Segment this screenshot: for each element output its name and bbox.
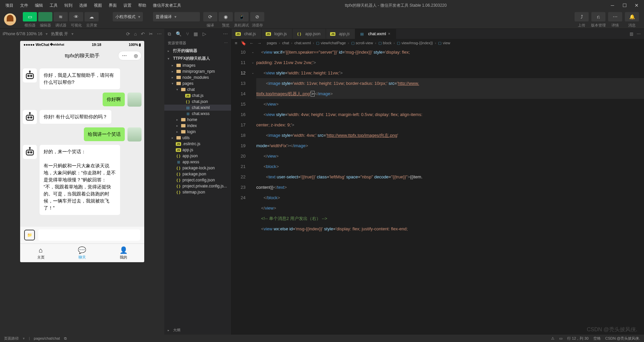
tabbar-聊天[interactable]: 💬聊天 (61, 244, 103, 262)
tree-app.js[interactable]: JSapp.js (164, 147, 231, 153)
capsule-button[interactable]: ⋯◎ (118, 51, 142, 60)
explorer-menu-icon[interactable]: ⋯ (224, 41, 228, 45)
menu-项目[interactable]: 项目 (3, 1, 16, 10)
nav-fwd-icon[interactable]: → (257, 41, 262, 46)
tool-编辑器[interactable] (38, 12, 52, 21)
breadcrumb-item[interactable]: ▢ view (438, 41, 450, 45)
close-button[interactable]: ✕ (632, 1, 641, 10)
tree-index[interactable]: ▸index (164, 123, 231, 129)
menu-选择[interactable]: 选择 (76, 1, 90, 10)
run-icon[interactable]: ▷ (203, 31, 206, 37)
minimize-button[interactable]: ─ (608, 1, 617, 10)
copy-icon[interactable]: ⧉ (64, 336, 67, 341)
tree-.eslintrc.js[interactable]: JS.eslintrc.js (164, 141, 231, 147)
nav-back-icon[interactable]: ← (250, 41, 254, 46)
tree-chat[interactable]: ▾chat (164, 87, 231, 93)
back-icon[interactable]: ↶ (141, 31, 145, 37)
rtool-版本管理[interactable]: ⎌ (591, 12, 605, 21)
attach-icon[interactable]: 📁 (24, 230, 35, 240)
more-icon[interactable]: ⋯ (157, 31, 162, 37)
project-root[interactable]: ▾TTPFX的聊天机器人 (164, 55, 231, 62)
tree-utils[interactable]: ▸utils (164, 135, 231, 141)
code-area[interactable]: 101112131415161718192021222324 ⌄⌄⌄ <view… (231, 47, 644, 335)
mode-dropdown[interactable]: 小程序模式 (113, 12, 143, 21)
tabbar-主页[interactable]: ⌂主页 (20, 244, 61, 262)
menu-工具[interactable]: 工具 (47, 1, 60, 10)
extensions-icon[interactable]: ▦ (194, 31, 198, 37)
tree-node_modules[interactable]: ▸node_modules (164, 74, 231, 80)
menu-编辑[interactable]: 编辑 (32, 1, 46, 10)
tab-login.js[interactable]: JSlogin.js (262, 29, 292, 39)
cut-icon[interactable]: ✂ (149, 31, 153, 37)
breadcrumb-item[interactable]: pages (267, 41, 277, 45)
breadcrumb-item[interactable]: ▢ view#chatPage (316, 41, 346, 45)
user-avatar[interactable] (4, 13, 16, 25)
tree-miniprogram_npm[interactable]: ▸miniprogram_npm (164, 68, 231, 74)
tree-chat.js[interactable]: JSchat.js (164, 93, 231, 99)
tool-模拟器[interactable]: ▭ (23, 12, 37, 21)
menu-帮助[interactable]: 帮助 (136, 1, 149, 10)
dock-icon[interactable]: ▭ (559, 336, 562, 341)
tab-app.json[interactable]: { }app.json (292, 29, 326, 39)
breadcrumb-item[interactable]: chat.wxml (294, 41, 311, 45)
tree-package.json[interactable]: { }package.json (164, 171, 231, 177)
action-真机调试[interactable]: 📱 (234, 12, 249, 21)
explorer-more-icon[interactable]: ⋯ (223, 31, 228, 37)
rtool-上传[interactable]: ⤴ (575, 12, 589, 21)
tool-调试器[interactable]: ≋ (54, 12, 68, 21)
tab-chat.wxml[interactable]: ▤chat.wxml× (355, 29, 396, 39)
breadcrumb-item[interactable]: chat (282, 41, 289, 45)
tool-云开发[interactable]: ☁ (85, 12, 99, 21)
tab-more-icon[interactable]: ⋯ (637, 32, 641, 36)
tree-app.json[interactable]: { }app.json (164, 153, 231, 159)
tree-app.wxss[interactable]: ⊞app.wxss (164, 159, 231, 165)
tree-chat.wxml[interactable]: ▤chat.wxml (164, 105, 231, 111)
chat-scroll[interactable]: 你好，我是人工智能助手，请问有什么可以帮你?你好啊你好! 有什么可以帮助你的吗？… (20, 63, 144, 227)
hot-reload-toggle[interactable]: 热重载 开 (51, 31, 68, 37)
open-editors-section[interactable]: ▸打开的编辑器 (164, 47, 231, 55)
tabbar-我的[interactable]: 👤我的 (103, 244, 144, 262)
compile-dropdown[interactable]: 普通编译 (153, 12, 200, 21)
tab-app.js[interactable]: JSapp.js (326, 29, 355, 39)
refresh-icon[interactable]: ⟳ (126, 31, 130, 37)
files-icon[interactable]: ⧉ (168, 31, 171, 37)
action-预览[interactable]: ◉ (219, 12, 233, 21)
action-清缓存[interactable]: ⊘ (250, 12, 264, 21)
indent-mode[interactable]: 空格 (593, 336, 601, 341)
rtool-详情[interactable]: ⋯ (608, 12, 622, 21)
page-path-label[interactable]: 页面路径 (4, 336, 19, 341)
tree-home[interactable]: ▸home (164, 117, 231, 123)
menu-微信开发者工具[interactable]: 微信开发者工具 (150, 1, 184, 10)
tree-chat.json[interactable]: { }chat.json (164, 99, 231, 105)
tree-project.config.json[interactable]: { }project.config.json (164, 177, 231, 183)
menu-文件[interactable]: 文件 (17, 1, 31, 10)
tree-project.private.config.js...[interactable]: { }project.private.config.js... (164, 183, 231, 189)
breadcrumb-item[interactable]: ▢ scroll-view (351, 41, 373, 45)
split-icon[interactable]: ▥ (630, 32, 633, 36)
home-icon[interactable]: ⌂ (134, 31, 137, 37)
tree-login[interactable]: ▸login (164, 129, 231, 135)
search-icon[interactable]: 🔍 (176, 31, 181, 37)
device-selector[interactable]: iPhone 6/7/8 100% 16 (3, 32, 42, 36)
rtool-消息[interactable]: 🔔 (625, 12, 639, 21)
page-path-value[interactable]: pages/chat/chat (34, 336, 60, 340)
tree-sitemap.json[interactable]: { }sitemap.json (164, 189, 231, 195)
breadcrumb-item[interactable]: ▢ block (378, 41, 392, 45)
bookmark-icon[interactable]: 🔖 (241, 41, 246, 46)
tree-pages[interactable]: ▾pages (164, 80, 231, 87)
tab-chat.js[interactable]: JSchat.js (231, 29, 262, 39)
tree-package-lock.json[interactable]: { }package-lock.json (164, 165, 231, 171)
tree-images[interactable]: ▸images (164, 62, 231, 68)
list-icon[interactable]: ≡ (235, 41, 237, 46)
menu-视图[interactable]: 视图 (91, 1, 105, 10)
branch-icon[interactable]: ⑂ (186, 31, 189, 37)
warning-icon[interactable]: ⚠ (551, 336, 554, 341)
breadcrumb-item[interactable]: ▢ view#msg-{{index}} (397, 41, 433, 45)
chat-input[interactable] (38, 229, 140, 241)
menu-界面[interactable]: 界面 (106, 1, 119, 10)
maximize-button[interactable]: ☐ (620, 1, 629, 10)
menu-设置[interactable]: 设置 (121, 1, 134, 10)
menu-转到[interactable]: 转到 (62, 1, 75, 10)
cursor-position[interactable]: 行 12，列 30 (567, 336, 589, 341)
outline-section[interactable]: ▸大纲 (164, 326, 231, 335)
